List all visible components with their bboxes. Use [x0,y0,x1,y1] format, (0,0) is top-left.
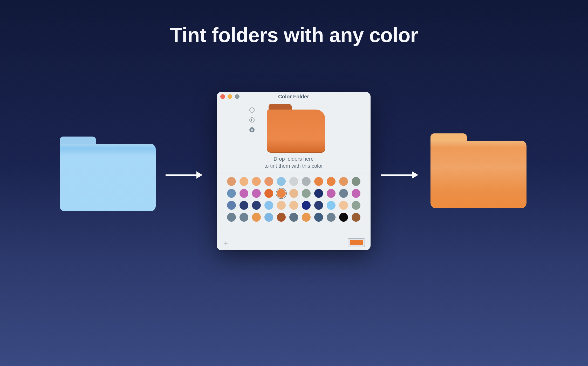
color-swatch[interactable] [227,213,236,222]
titlebar[interactable]: Color Folder [217,92,371,101]
more-options-button[interactable] [249,107,255,113]
color-swatch[interactable] [227,189,236,198]
color-swatch[interactable] [289,177,298,186]
color-swatch[interactable] [252,201,261,210]
color-swatch[interactable] [240,177,248,186]
preview-folder-icon [267,104,325,153]
color-swatch[interactable] [314,213,323,222]
color-swatch[interactable] [339,201,348,210]
color-well[interactable] [348,238,365,247]
color-swatch[interactable] [240,201,248,210]
color-swatch[interactable] [327,213,336,222]
color-swatch[interactable] [302,177,311,186]
color-swatch[interactable] [252,177,261,186]
color-swatch[interactable] [289,213,298,222]
add-swatch-button[interactable]: + [224,240,228,246]
color-swatch[interactable] [352,201,360,210]
color-swatch[interactable] [339,177,348,186]
color-swatch[interactable] [302,201,311,210]
drop-zone[interactable]: Drop folders here to tint them with this… [217,101,371,173]
color-swatch[interactable] [277,177,286,186]
remove-swatch-button[interactable]: − [234,240,238,246]
color-folder-window: Color Folder Drop folders here to tint t… [217,92,371,250]
color-swatch[interactable] [264,177,273,186]
color-swatch[interactable] [302,189,311,198]
headline: Tint folders with any color [0,23,588,47]
clear-button[interactable] [249,127,255,132]
swatch-palette [217,173,371,236]
color-swatch[interactable] [339,189,348,198]
color-swatch[interactable] [227,201,236,210]
window-title: Color Folder [217,94,371,100]
color-swatch[interactable] [339,213,348,222]
color-swatch[interactable] [314,189,323,198]
color-swatch[interactable] [314,177,323,186]
color-swatch[interactable] [352,189,360,198]
color-swatch[interactable] [289,201,298,210]
color-swatch[interactable] [289,189,298,198]
color-swatch[interactable] [240,189,248,198]
color-swatch[interactable] [314,201,323,210]
color-swatch[interactable] [352,213,360,222]
color-swatch[interactable] [327,189,336,198]
color-swatch[interactable] [264,213,273,222]
arrow-icon [381,171,418,179]
color-swatch[interactable] [352,177,360,186]
result-folder-icon [430,133,527,208]
color-swatch[interactable] [277,201,286,210]
color-swatch[interactable] [252,189,261,198]
source-folder-icon [60,137,156,211]
color-swatch[interactable] [227,177,236,186]
color-swatch[interactable] [264,189,273,198]
drop-hint: Drop folders here to tint them with this… [217,155,371,170]
color-swatch[interactable] [327,201,336,210]
color-swatch[interactable] [277,189,286,198]
color-swatch[interactable] [240,213,248,222]
color-swatch[interactable] [252,213,261,222]
arrow-icon [166,171,203,179]
export-button[interactable] [249,117,255,123]
color-swatch[interactable] [277,213,286,222]
color-swatch[interactable] [327,177,336,186]
color-swatch[interactable] [302,213,311,222]
color-swatch[interactable] [264,201,273,210]
